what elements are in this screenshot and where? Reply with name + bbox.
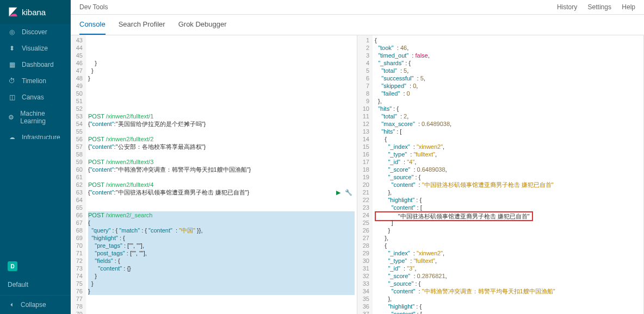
code-line: "total" : 2, [375,112,641,120]
code-line: "successful" : 5, [375,74,641,82]
sidebar-item-discover[interactable]: ◎Discover [0,24,71,40]
logo[interactable]: kibana [0,0,71,24]
code-line: "query" : { "match" : { "content" : "中国"… [88,227,355,234]
code-line: { [375,135,641,143]
code-line: } [88,59,355,67]
code-line: POST /xinwen2/_search [88,211,355,219]
request-pane[interactable]: 4344454647484950515253545556575859606162… [71,35,357,314]
code-line: } [88,272,355,280]
code-line: "_id" : "3", [375,265,641,272]
nav-icon: ☁ [8,134,16,139]
topbar: Dev Tools History Settings Help [71,0,644,15]
nav-label: Dashboard [22,61,54,68]
nav-label: Timelion [22,77,46,85]
sidebar-item-timelion[interactable]: ⏱Timelion [0,73,71,89]
code-line: "_score" : 0.2876821, [375,272,641,280]
code-line: } [375,227,641,234]
code-line: {"content":"中韩渔警冲突调查：韩警平均每天扣1艘中国渔船"} [88,166,355,173]
brand-label: kibana [22,8,46,17]
space-badge[interactable]: D [8,261,17,271]
tab-console[interactable]: Console [79,15,106,35]
nav-icon: ⏱ [8,77,16,85]
code-line: "_type" : "fulltext", [375,150,641,158]
right-code[interactable]: { "took" : 46, "timed_out" : false, "_sh… [373,35,643,314]
settings-link[interactable]: Settings [588,3,611,11]
code-line: { [88,219,355,227]
code-line: }, [375,234,641,242]
code-line: POST /xinwen2/fulltext/4 [88,181,355,189]
top-links: History Settings Help [548,3,635,11]
nav-icon: ⚙ [8,114,15,121]
code-line [88,196,355,204]
code-line: "max_score" : 0.6489038, [375,120,641,128]
code-line: "content" : "中国驻洛杉矶领事馆遭亚裔男子枪击 嫌犯已自首" [375,181,641,189]
sidebar-item-infrastructure[interactable]: ☁Infrastructure [0,129,71,139]
history-link[interactable]: History [557,3,577,11]
wrench-icon[interactable]: 🔧 [345,189,352,196]
code-line [88,90,355,97]
left-gutter: 4344454647484950515253545556575859606162… [71,35,86,314]
code-line: "_score" : 0.6489038, [375,166,641,173]
code-line: "content" : {} [88,265,355,272]
code-line [88,204,355,211]
nav: ◎Discover⬍Visualize▦Dashboard⏱Timelion◫C… [0,24,71,139]
code-line: "_source" : { [375,173,641,181]
left-code[interactable]: ▶ 🔧 } }} POST /xinwen2/fulltext/1{"conte… [86,35,357,314]
code-line: "timed_out" : false, [375,52,641,59]
code-line: } [88,74,355,82]
code-line: "post_tags" : ["", ""], [88,249,355,257]
tabs: Console Search Profiler Grok Debugger [71,15,644,35]
kibana-icon [8,7,18,17]
help-link[interactable]: Help [622,3,635,11]
code-line: "took" : 46, [375,44,641,52]
code-line: "pre_tags" : ["", ""], [88,242,355,249]
code-line: "hits" : [ [375,128,641,135]
code-line: } [88,280,355,287]
code-line [88,173,355,181]
code-line: {"content":"公安部：各地校车将享最高路权"} [88,143,355,150]
space-default[interactable]: Default [0,277,71,293]
code-line [88,128,355,135]
code-line [88,310,355,314]
code-line: "highlight" : { [375,303,641,310]
code-line: { [375,242,641,249]
tab-search-profiler[interactable]: Search Profiler [119,15,165,35]
tab-grok-debugger[interactable]: Grok Debugger [178,15,227,35]
code-line [88,295,355,303]
code-line: "fields" : { [88,257,355,265]
nav-icon: ◫ [8,93,16,101]
code-line: "highlight" : { [375,196,641,204]
code-line: {"content":"美国留给伊拉克的是个烂摊子吗"} [88,120,355,128]
code-line: }, [375,295,641,303]
sidebar-item-dashboard[interactable]: ▦Dashboard [0,56,71,73]
nav-label: Machine Learning [20,110,63,125]
nav-label: Infrastructure [22,134,60,139]
sidebar-item-visualize[interactable]: ⬍Visualize [0,40,71,56]
collapse-button[interactable]: Collapse [0,295,71,314]
sidebar: kibana ◎Discover⬍Visualize▦Dashboard⏱Tim… [0,0,71,314]
play-icon[interactable]: ▶ [336,189,340,196]
code-line: }, [375,97,641,105]
sidebar-item-machine-learning[interactable]: ⚙Machine Learning [0,105,71,129]
code-line: "failed" : 0 [375,90,641,97]
response-pane[interactable]: 1234567891011121314151617181920212223242… [357,35,644,314]
nav-icon: ▦ [8,61,16,68]
nav-label: Discover [22,28,47,36]
editors: 4344454647484950515253545556575859606162… [71,35,644,314]
code-line: "total" : 5, [375,67,641,74]
code-line: "_index" : "xinwen2", [375,249,641,257]
nav-label: Canvas [22,93,44,101]
run-actions: ▶ 🔧 [336,189,352,196]
code-line: "skipped" : 0, [375,82,641,90]
code-line: POST /xinwen2/fulltext/1 [88,112,355,120]
code-line: { [375,36,641,44]
nav-icon: ◎ [8,28,16,36]
code-line [88,97,355,105]
code-line: "中国驻洛杉矶领事馆遭亚裔男子枪击 嫌犯已自首" [375,211,641,219]
code-line: {"content":"中国驻洛杉矶领事馆遭亚裔男子枪击 嫌犯已自首"} [88,189,355,196]
code-line: } [88,287,355,295]
code-line: "content" : [ [375,204,641,211]
chevron-left-icon [8,301,15,309]
sidebar-item-canvas[interactable]: ◫Canvas [0,89,71,105]
nav-icon: ⬍ [8,45,16,52]
